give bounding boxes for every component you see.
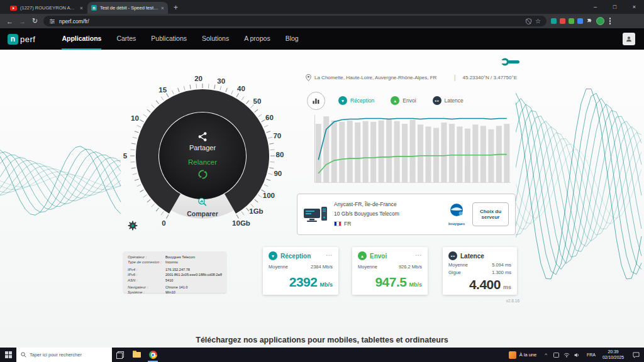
- share-icon[interactable]: [197, 131, 208, 142]
- choose-server-button[interactable]: Choix du serveur: [472, 202, 509, 226]
- server-country: FR: [344, 219, 351, 229]
- card-menu-icon[interactable]: ...: [415, 251, 422, 257]
- avg-value: 2384 Mb/s: [311, 264, 333, 270]
- device-icon[interactable]: [553, 353, 559, 358]
- restart-button[interactable]: Relancer: [188, 158, 217, 166]
- chrome-taskbar-button[interactable]: [145, 348, 161, 362]
- tab-title: (1227) ROUGEYRON ATOMISE...: [20, 5, 77, 11]
- account-button[interactable]: [623, 33, 635, 45]
- legend-envoi[interactable]: ▲Envoi: [391, 96, 416, 105]
- chart-panel: ▼Réception ▲Envoi ◄►Latence: [306, 87, 517, 188]
- latency-arrows-icon: ◄►: [448, 251, 457, 260]
- share-button[interactable]: Partager: [189, 144, 216, 151]
- server-info: Anycast-FR, Île-de-France 10 Gb/s Bouygu…: [334, 200, 399, 229]
- gauge-label: 30: [217, 77, 225, 85]
- chart-type-button[interactable]: [307, 92, 325, 110]
- news-weather-icon: [509, 351, 516, 359]
- maximize-button[interactable]: □: [605, 0, 625, 14]
- nav-blog[interactable]: Blog: [286, 28, 299, 50]
- reception-card: ▼ Réception ... Moyenne2384 Mb/s 2392Mb/…: [263, 247, 338, 295]
- youtube-favicon: [10, 6, 17, 11]
- envoi-value: 947.5: [375, 275, 406, 290]
- nperf-logo-text[interactable]: perf: [20, 35, 35, 44]
- extension-icon-red[interactable]: [560, 18, 565, 24]
- windows-logo-icon: [5, 351, 12, 358]
- volume-icon[interactable]: [574, 353, 580, 358]
- envoi-title: Envoi: [370, 253, 387, 260]
- latence-title: Latence: [460, 253, 484, 260]
- nav-applications[interactable]: Applications: [62, 28, 101, 50]
- nperf-favicon: n: [91, 5, 97, 11]
- url-text: nperf.com/fr/: [59, 18, 522, 25]
- back-icon[interactable]: ←: [6, 18, 14, 25]
- location-bar: La Chomette, Haute-Loire, Auvergne-Rhône…: [306, 72, 517, 83]
- browser-tab-youtube[interactable]: (1227) ROUGEYRON ATOMISE... ×: [6, 2, 87, 14]
- system-tray: [550, 353, 584, 358]
- nav-solutions[interactable]: Solutions: [202, 28, 229, 50]
- nav-publications[interactable]: Publications: [151, 28, 187, 50]
- refresh-icon[interactable]: ↻: [31, 17, 39, 25]
- decorative-waves-right: [516, 60, 644, 308]
- news-label: À la une: [519, 352, 537, 358]
- card-menu-icon[interactable]: ...: [326, 251, 333, 257]
- close-button[interactable]: ×: [625, 0, 644, 14]
- clock-date: 02/10/2025: [602, 355, 624, 361]
- action-center-button[interactable]: [628, 348, 644, 362]
- forward-icon[interactable]: →: [18, 18, 26, 25]
- speed-chart: [314, 115, 511, 183]
- extension-icon-blue[interactable]: [577, 18, 583, 24]
- browser-menu-icon[interactable]: [608, 18, 613, 24]
- task-view-button[interactable]: [112, 348, 128, 362]
- tab-title: Test de débit - Speed test : tes...: [100, 5, 158, 11]
- extension-icon-teal[interactable]: [551, 18, 557, 24]
- upload-arrow-icon: ▲: [358, 251, 367, 260]
- location-text: La Chomette, Haute-Loire, Auvergne-Rhône…: [314, 75, 447, 80]
- info-label: Navigateur :: [128, 285, 165, 290]
- download-arrow-icon: ▼: [269, 251, 277, 260]
- network-icon[interactable]: [564, 353, 570, 358]
- tray-expand-icon[interactable]: ^: [542, 352, 550, 358]
- windows-taskbar: Taper ici pour rechercher À la une ^ FRA…: [0, 348, 644, 362]
- info-value: 2001:861:2c05:eee0:188b:cd08:2af8:f5: [165, 272, 222, 277]
- gauge-label: 10: [131, 114, 139, 122]
- gauge-label: 60: [265, 114, 274, 121]
- profile-avatar[interactable]: [596, 17, 604, 25]
- file-explorer-button[interactable]: [128, 348, 145, 362]
- nperf-logo-icon[interactable]: n: [8, 34, 18, 45]
- settings-gear-icon[interactable]: [128, 221, 138, 233]
- tab-close-icon[interactable]: ×: [161, 5, 164, 11]
- browser-tab-nperf[interactable]: n Test de débit - Speed test : tes... ×: [87, 2, 168, 14]
- gauge-label: 1Gb: [249, 207, 263, 215]
- bookmark-star-icon[interactable]: ☆: [535, 18, 541, 25]
- location-pin-icon: [306, 74, 311, 81]
- download-apps-text: Téléchargez nos applications pour mobile…: [0, 336, 644, 344]
- extension-icon-green[interactable]: [569, 18, 574, 24]
- info-label: ASN :: [128, 278, 165, 283]
- search-icon: [21, 352, 26, 358]
- legend-latence[interactable]: ◄►Latence: [433, 96, 464, 105]
- compare-button[interactable]: Comparer: [187, 197, 218, 217]
- info-value: Chrome 141.0: [165, 285, 222, 290]
- nav-cartes[interactable]: Cartes: [116, 28, 136, 50]
- legend-reception[interactable]: ▼Réception: [338, 96, 374, 105]
- address-bar[interactable]: nperf.com/fr/ ☆: [43, 16, 547, 26]
- latency-arrows-icon: ◄►: [433, 96, 441, 105]
- screen: (1227) ROUGEYRON ATOMISE... × n Test de …: [0, 0, 644, 362]
- chart-legend: ▼Réception ▲Envoi ◄►Latence: [338, 96, 464, 105]
- task-view-icon: [116, 351, 124, 359]
- restart-icon[interactable]: [197, 168, 209, 180]
- language-indicator[interactable]: FRA: [584, 353, 599, 357]
- tab-close-icon[interactable]: ×: [80, 5, 83, 11]
- jitter-label: Gigue: [448, 270, 461, 275]
- puzzle-extensions-icon[interactable]: [586, 18, 593, 25]
- taskbar-clock[interactable]: 20:39 02/10/2025: [599, 349, 628, 361]
- news-widget[interactable]: À la une: [503, 348, 543, 362]
- bouygues-logo: bouygues: [447, 202, 466, 226]
- nav-apropos[interactable]: A propos: [244, 28, 270, 50]
- start-button[interactable]: [0, 348, 16, 362]
- minimize-button[interactable]: –: [586, 0, 605, 14]
- new-tab-button[interactable]: +: [174, 3, 178, 12]
- shield-off-icon: [526, 18, 531, 25]
- speed-gauge: 0 5 10 15 20 30 40 50 60 70 80 90 100 1G…: [118, 71, 287, 241]
- taskbar-search-input[interactable]: Taper ici pour rechercher: [16, 348, 112, 362]
